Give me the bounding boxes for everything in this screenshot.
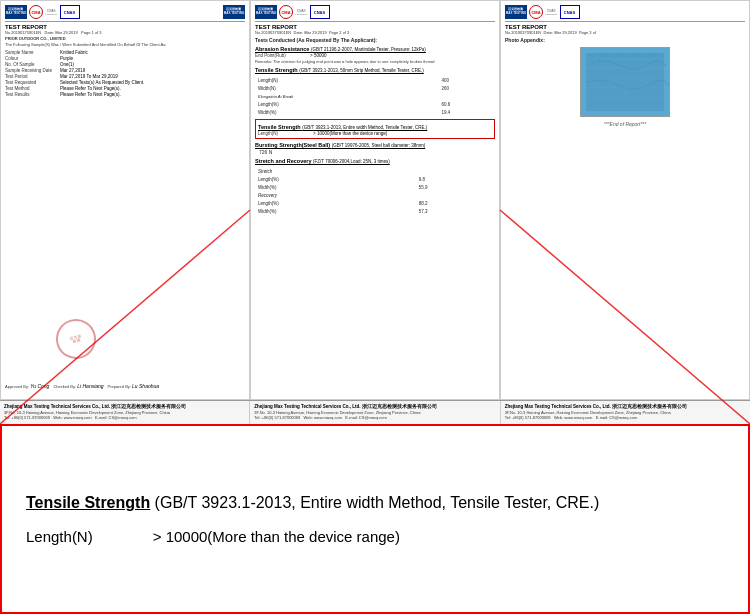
document-area: 迈克思检测MAX TESTING CMA CNAS L11342271 CNAS…: [0, 0, 750, 400]
big-highlight-title: Tensile Strength (GB/T 3923.1-2013, Enti…: [26, 494, 724, 512]
bursting-value: 726 N: [255, 149, 495, 155]
page1-sample-info: Sample NameKnitted Fabric ColourPurple N…: [5, 50, 245, 97]
end-report-text: ***End of Report***: [505, 121, 745, 127]
logo-group-2: 迈克思检测MAX TESTING CMA CNAS L11342271 CNAS: [255, 5, 330, 19]
tensile2-title: Tensile Strength (GB/T 3923.1-2013, Enti…: [258, 124, 492, 130]
cnas-badge-1: CNAS: [60, 5, 80, 19]
big-highlight-box: Tensile Strength (GB/T 3923.1-2013, Enti…: [0, 424, 750, 614]
brand-logo-2: 迈克思检测MAX TESTING: [255, 5, 277, 19]
tensile2-highlight: Tensile Strength (GB/T 3923.1-2013, Enti…: [255, 119, 495, 139]
page3-header: 迈克思检测MAX TESTING CMA CNAS L11342271 CNAS: [505, 5, 745, 22]
brand-logo-1b: 迈克思检测MAX TESTING: [223, 5, 245, 19]
page-3: 迈克思检测MAX TESTING CMA CNAS L11342271 CNAS…: [500, 0, 750, 400]
logo-group-3: 迈克思检测MAX TESTING CMA CNAS L11342271 CNAS: [505, 5, 580, 19]
photo-section-label: Photo Appendix:: [505, 37, 745, 43]
big-title-bold: Tensile Strength: [26, 494, 150, 511]
cma-badge-1: CMA: [29, 5, 43, 19]
svg-rect-0: [581, 48, 669, 116]
fabric-photo: [580, 47, 670, 117]
footer-company-2: Zhejiang Max Testing Technical Services …: [254, 404, 495, 409]
page2-section: Tests Conducted (As Requested By The App…: [255, 37, 495, 43]
signature-area-1: Approved By: Yu Cong Checked By: Li Hanx…: [5, 383, 245, 389]
tensile1-table: Length(N)400 Width(N)260 Elongation At B…: [255, 75, 495, 117]
big-data-row: Length(N) > 10000(More than the device r…: [26, 528, 724, 545]
footer-contact-3: Tel: +86(0) 571-87000069 Web: www.maxq.c…: [505, 415, 746, 420]
footer-company-1: Zhejiang Max Testing Technical Services …: [4, 404, 245, 409]
page3-meta: No.20190370901EN Date: Mar 29,2019 Page …: [505, 30, 745, 35]
abrasion-title: Abrasion Resistance (GB/T 21196.2-2007, …: [255, 46, 495, 52]
page1-intro: The Following Sample(S) Was / Were Submi…: [5, 42, 245, 47]
brand-logo-1: 迈克思检测MAX TESTING: [5, 5, 27, 19]
page2-header: 迈克思检测MAX TESTING CMA CNAS L11342271 CNAS: [255, 5, 495, 22]
page1-company: PRIOR OUTDOOR CO., LIMITED: [5, 36, 245, 41]
big-data-value: > 10000(More than the device range): [153, 528, 400, 545]
brand-logo-3: 迈克思检测MAX TESTING: [505, 5, 527, 19]
stretch-title: Stretch and Recovery (FZ/T 70006-2004,Lo…: [255, 158, 495, 164]
page1-header: 迈克思检测MAX TESTING CMA CNAS L11342271 CNAS…: [5, 5, 245, 22]
cma-badge-2: CMA: [279, 5, 293, 19]
page-1: 迈克思检测MAX TESTING CMA CNAS L11342271 CNAS…: [0, 0, 250, 400]
red-stamp: 迈克思检测: [52, 315, 101, 364]
footer-contact-2: Tel: +86(0) 571-87000069 Web: www.maxq.c…: [254, 415, 495, 420]
page2-meta: No.20190370901EN Date: Mar 29,2019 Page …: [255, 30, 495, 35]
page-2: 迈克思检测MAX TESTING CMA CNAS L11342271 CNAS…: [250, 0, 500, 400]
cnas-badge-3: CNAS: [560, 5, 580, 19]
cnas-badge-2: CNAS: [310, 5, 330, 19]
abrasion-remark: Remarks: The criterion for judging end p…: [255, 59, 495, 64]
logo-group-1: 迈克思检测MAX TESTING CMA CNAS L11342271 CNAS: [5, 5, 80, 19]
big-data-label: Length(N): [26, 528, 93, 545]
tensile1-title: Tensile Strength (GB/T 3923.1-2013, 50mm…: [255, 67, 495, 73]
cma-badge-3: CMA: [529, 5, 543, 19]
footer-contact-1: Tel: +86(0) 571-87000069 Web: www.maxq.c…: [4, 415, 245, 420]
svg-rect-1: [586, 53, 664, 111]
stretch-table: Stretch Length(%)9.8 Width(%)55.9 Recove…: [255, 166, 495, 216]
footer-company-3: Zhejiang Max Testing Technical Services …: [505, 404, 746, 409]
bursting-title: Bursting Strength(Steel Ball) (GB/T 1997…: [255, 142, 495, 148]
big-title-normal: (GB/T 3923.1-2013, Entire width Method, …: [150, 494, 599, 511]
page1-meta: No.20190370901EN Date: Mar 29,2019 Page …: [5, 30, 245, 35]
